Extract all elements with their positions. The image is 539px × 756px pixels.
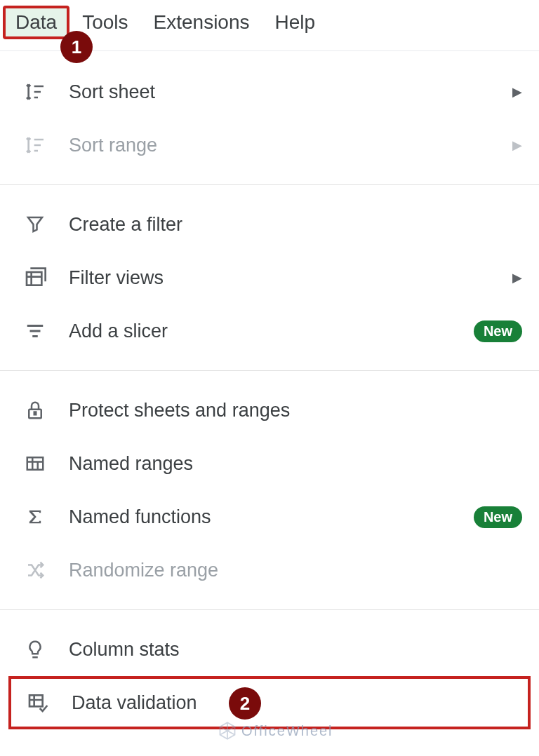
lock-icon xyxy=(21,396,49,424)
named-ranges-icon xyxy=(21,450,49,478)
menubar-item-help[interactable]: Help xyxy=(262,6,328,39)
menu-item-column-stats[interactable]: Column stats xyxy=(0,623,539,676)
menu-item-sort-range: Sort range ▶ xyxy=(0,119,539,172)
menubar-item-extensions[interactable]: Extensions xyxy=(141,6,262,39)
watermark: OfficeWheel xyxy=(218,721,333,741)
filter-icon xyxy=(21,210,49,238)
data-validation-icon xyxy=(24,689,52,717)
svg-rect-0 xyxy=(27,272,41,285)
menu-item-label: Sort range xyxy=(69,135,512,156)
separator xyxy=(0,609,539,610)
menu-item-data-validation[interactable]: Data validation xyxy=(11,679,528,727)
menu-item-label: Add a slicer xyxy=(69,320,474,342)
menu-item-label: Named ranges xyxy=(69,453,522,475)
menu-item-filter-views[interactable]: Filter views ▶ xyxy=(0,251,539,304)
menu-item-label: Create a filter xyxy=(69,214,522,236)
new-badge: New xyxy=(474,506,522,528)
sort-range-icon xyxy=(21,131,49,159)
menu-item-protect[interactable]: Protect sheets and ranges xyxy=(0,384,539,437)
shuffle-icon xyxy=(21,556,49,584)
slicer-icon xyxy=(21,317,49,345)
menu-item-label: Sort sheet xyxy=(69,81,512,103)
separator xyxy=(0,370,539,371)
data-dropdown: Sort sheet ▶ Sort range ▶ Create a filte… xyxy=(0,51,539,729)
menu-item-label: Data validation xyxy=(72,692,519,714)
menu-item-label: Column stats xyxy=(69,639,522,661)
menu-item-add-slicer[interactable]: Add a slicer New xyxy=(0,304,539,358)
menu-item-named-ranges[interactable]: Named ranges xyxy=(0,437,539,490)
sort-sheet-icon xyxy=(21,78,49,106)
menu-item-label: Filter views xyxy=(69,267,512,289)
menu-item-label: Named functions xyxy=(69,506,474,528)
menu-item-randomize: Randomize range xyxy=(0,544,539,597)
menubar-item-data[interactable]: Data xyxy=(3,6,69,39)
svg-rect-3 xyxy=(27,457,44,470)
new-badge: New xyxy=(474,320,522,342)
menu-item-label: Protect sheets and ranges xyxy=(69,400,522,421)
sigma-icon xyxy=(21,503,49,531)
menu-item-sort-sheet[interactable]: Sort sheet ▶ xyxy=(0,65,539,119)
menu-item-label: Randomize range xyxy=(69,560,522,581)
submenu-arrow-icon: ▶ xyxy=(512,137,522,153)
separator xyxy=(0,184,539,185)
menu-item-named-functions[interactable]: Named functions New xyxy=(0,490,539,544)
annotation-badge-2: 2 xyxy=(229,687,261,720)
submenu-arrow-icon: ▶ xyxy=(512,84,522,100)
lightbulb-icon xyxy=(21,635,49,663)
annotation-badge-1: 1 xyxy=(60,31,93,63)
svg-rect-2 xyxy=(34,412,36,415)
menu-item-create-filter[interactable]: Create a filter xyxy=(0,198,539,251)
filter-views-icon xyxy=(21,264,49,292)
submenu-arrow-icon: ▶ xyxy=(512,270,522,285)
